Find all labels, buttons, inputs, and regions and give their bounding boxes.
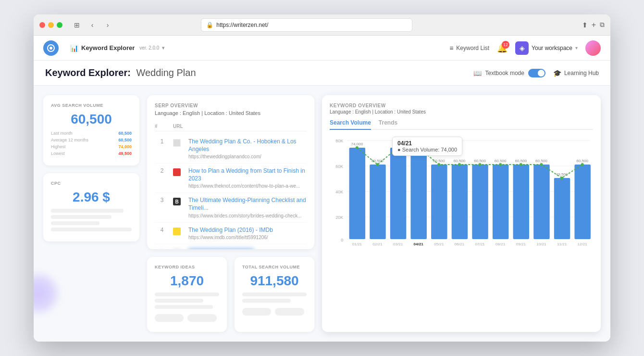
maximize-button[interactable] — [57, 22, 62, 28]
textbook-mode-control[interactable]: 📖 Textbook mode — [473, 69, 545, 77]
ki-skeleton-1 — [155, 292, 219, 296]
cpc-skeleton-3 — [51, 221, 99, 225]
cpc-label: CPC — [51, 181, 132, 186]
main-content: AVG SEARCH VOLUME 60,500 Last month 60,5… — [34, 86, 610, 342]
cpc-card: CPC 2.96 $ — [43, 173, 139, 242]
serp-col-hash: # — [155, 124, 169, 129]
svg-text:60,500: 60,500 — [576, 159, 588, 163]
svg-text:06/21: 06/21 — [455, 242, 465, 246]
serp-title-3[interactable]: The Ultimate Wedding-Planning Checklist … — [188, 197, 307, 212]
tab-search-volume[interactable]: Search Volume — [330, 119, 371, 130]
browser-controls: ⊞ ‹ › — [70, 18, 114, 32]
center-column: SERP OVERVIEW Language : English | Locat… — [147, 95, 314, 332]
learning-hub-button[interactable]: 🎓 Learning Hub — [553, 69, 599, 77]
bar-8 — [493, 165, 508, 239]
stat-last-month: Last month 60,500 — [51, 131, 132, 136]
svg-text:60K: 60K — [335, 164, 343, 169]
serp-content-2: How to Plan a Wedding from Start to Fini… — [188, 167, 307, 189]
stat-value-highest: 74,000 — [118, 144, 132, 149]
stat-highest: Highest 74,000 — [51, 144, 132, 149]
serp-url-4: https://www.imdb.com/title/tt5991206/ — [188, 235, 307, 240]
serp-url-1: https://theweddingplanandco.com/ — [188, 154, 307, 159]
bar-1 — [349, 148, 365, 239]
keyword-ideas-card: KEYWORD IDEAS 1,870 — [147, 257, 227, 332]
ts-skeleton-2 — [242, 299, 291, 303]
kw-ov-meta: Language : English | Location : United S… — [330, 109, 593, 114]
cpc-value: 2.96 $ — [51, 190, 132, 205]
workspace-chevron: ▾ — [575, 45, 578, 51]
total-search-card: TOTAL SEARCH VOLUME 911,580 — [235, 257, 314, 332]
serp-row-2: 2 How to Plan a Wedding from Start to Fi… — [155, 164, 307, 193]
svg-text:60,500: 60,500 — [474, 159, 486, 163]
serp-title-4[interactable]: The Wedding Plan (2016) - IMDb — [188, 227, 307, 234]
bar-4-highlighted — [410, 148, 426, 239]
trend-dot-11 — [560, 177, 563, 179]
svg-text:01/21: 01/21 — [352, 242, 362, 246]
user-avatar[interactable] — [585, 40, 601, 56]
serp-title-1[interactable]: The Wedding Plan & Co. - Hoboken & Los A… — [188, 138, 307, 153]
svg-text:05/21: 05/21 — [434, 242, 444, 246]
forward-button[interactable]: › — [101, 18, 114, 32]
learning-icon: 🎓 — [553, 69, 561, 77]
kw-ov-tabs: Search Volume Trends — [330, 119, 593, 130]
cpc-skeleton-1 — [51, 209, 124, 213]
trend-dot-12 — [581, 163, 584, 166]
serp-num-4: 4 — [155, 227, 169, 233]
tool-selector[interactable]: 📊 Keyword Explorer ver. 2.0.0 ▾ — [66, 42, 168, 54]
ki-skeleton-2 — [155, 299, 203, 303]
keyword-list-button[interactable]: ≡ Keyword List — [449, 44, 489, 52]
app-content: 📊 Keyword Explorer ver. 2.0.0 ▾ ≡ Keywor… — [34, 36, 610, 342]
avg-search-value: 60,500 — [51, 112, 132, 127]
sidebar-toggle-button[interactable]: ⊞ — [70, 18, 84, 32]
ki-tag-2 — [187, 314, 216, 322]
svg-text:80K: 80K — [335, 139, 343, 143]
serp-title-2[interactable]: How to Plan a Wedding from Start to Fini… — [188, 167, 307, 182]
back-button[interactable]: ‹ — [86, 18, 99, 32]
serp-row-4: 4 The Wedding Plan (2016) - IMDb https:/… — [155, 223, 307, 245]
tab-trends[interactable]: Trends — [379, 119, 397, 129]
trend-dot-6 — [458, 163, 461, 166]
trend-dot-1 — [356, 146, 359, 149]
serp-num-2: 2 — [155, 167, 169, 174]
favicon-4 — [173, 228, 181, 235]
notification-badge: 12 — [502, 41, 509, 49]
bar-5 — [431, 165, 447, 239]
address-bar[interactable]: 🔒 https://writerzen.net/ — [201, 18, 412, 32]
textbook-mode-toggle[interactable] — [528, 69, 545, 77]
stat-label-avg-12: Average 12 months — [51, 138, 88, 142]
cpc-skeleton-4 — [51, 228, 132, 231]
stat-label-last-month: Last month — [51, 131, 73, 136]
tabs-icon[interactable]: ⧉ — [600, 21, 605, 29]
serp-table-header: # URL — [155, 122, 307, 131]
svg-text:60,500: 60,500 — [454, 159, 466, 163]
url-text: https://writerzen.net/ — [216, 22, 268, 28]
svg-text:03/21: 03/21 — [393, 242, 403, 246]
favicon-2 — [173, 168, 181, 176]
serp-col-url: URL — [173, 124, 307, 129]
avg-search-label: AVG SEARCH VOLUME — [51, 103, 132, 108]
serp-row-1: 1 The Wedding Plan & Co. - Hoboken & Los… — [155, 134, 307, 164]
trend-dot-5 — [437, 163, 440, 166]
textbook-mode-label: Textbook mode — [485, 70, 524, 76]
svg-point-1 — [50, 47, 52, 50]
right-column: KEYWORD OVERVIEW Language : English | Lo… — [322, 95, 601, 332]
serp-content-1: The Wedding Plan & Co. - Hoboken & Los A… — [188, 138, 307, 159]
svg-text:60,500: 60,500 — [495, 159, 507, 163]
new-tab-icon[interactable]: + — [592, 21, 596, 29]
minimize-button[interactable] — [48, 22, 54, 28]
notification-bell[interactable]: 🔔 12 — [497, 43, 508, 53]
stat-label-highest: Highest — [51, 144, 66, 149]
chart-tooltip: 04/21 ● Search Volume: 74,000 — [392, 137, 462, 156]
share-icon[interactable]: ⬆ — [582, 21, 588, 29]
workspace-selector[interactable]: ◈ Your workspace ▾ — [515, 41, 578, 55]
stat-value-last-month: 60,500 — [118, 131, 132, 136]
ki-skeleton-3 — [155, 305, 213, 309]
close-button[interactable] — [39, 22, 45, 28]
bar-3 — [390, 148, 406, 239]
stat-lowest: Lowest 49,500 — [51, 151, 132, 156]
ts-tag-2 — [275, 308, 304, 316]
serp-content-4: The Wedding Plan (2016) - IMDb https://w… — [188, 227, 307, 241]
svg-text:09/21: 09/21 — [516, 242, 526, 246]
app-logo[interactable] — [43, 40, 59, 56]
chart-area: 80K 60K 40K 20K 0 — [330, 136, 593, 251]
